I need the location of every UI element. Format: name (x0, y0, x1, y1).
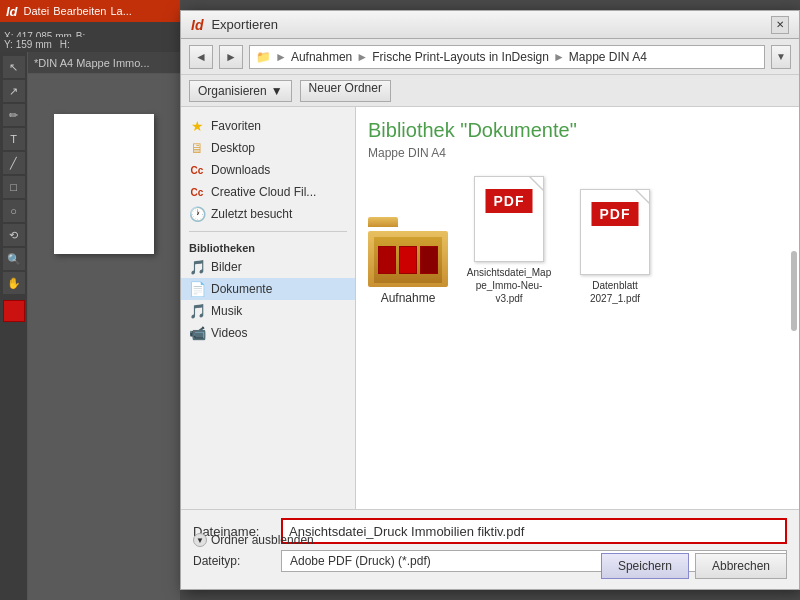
tool-zoom[interactable]: 🔍 (3, 248, 25, 270)
nav-path-item1[interactable]: Aufnahmen (291, 50, 352, 64)
sidebar-bilder-label: Bilder (211, 260, 242, 274)
pdf1-icon: PDF (474, 176, 544, 262)
sidebar-item-bilder[interactable]: 🎵 Bilder (181, 256, 355, 278)
sidebar-libraries-header: Bibliotheken (181, 238, 355, 256)
nav-path-item2[interactable]: Frische Print-Layouts in InDesign (372, 50, 549, 64)
sidebar-item-downloads[interactable]: Cc Downloads (181, 159, 355, 181)
new-folder-label: Neuer Ordner (309, 81, 382, 95)
pdf1-corner-inner (531, 177, 543, 189)
nav-forward-button[interactable]: ► (219, 45, 243, 69)
file-item-aufnahme[interactable]: Aufnahme (368, 217, 448, 305)
file-item-pdf1[interactable]: PDF Ansichtsdatei_Mappe_Immo-Neu-v3.pdf (464, 176, 554, 305)
dialog-close-button[interactable]: ✕ (771, 16, 789, 34)
tool-line[interactable]: ╱ (3, 152, 25, 174)
collapse-label: Ordner ausblenden (211, 533, 314, 547)
dialog-title: Exportieren (211, 17, 763, 32)
aufnahme-folder-icon (368, 217, 448, 287)
organize-label: Organisieren (198, 84, 267, 98)
sidebar-downloads-label: Downloads (211, 163, 270, 177)
sidebar-item-creative-cloud[interactable]: Cc Creative Cloud Fil... (181, 181, 355, 203)
collapse-section[interactable]: ▼ Ordner ausblenden (193, 533, 314, 547)
tool-direct-select[interactable]: ↗ (3, 80, 25, 102)
folder-inner-item-1 (378, 246, 396, 274)
sidebar-divider (189, 231, 347, 232)
doc-tab[interactable]: *DIN A4 Mappe Immo... (28, 52, 180, 74)
new-folder-button[interactable]: Neuer Ordner (300, 80, 391, 102)
file-toolbar: Organisieren ▼ Neuer Ordner (181, 75, 799, 107)
folder-back (368, 231, 448, 287)
sidebar-item-videos[interactable]: 📹 Videos (181, 322, 355, 344)
export-dialog: Id Exportieren ✕ ◄ ► 📁 ► Aufnahmen ► Fri… (180, 10, 800, 590)
folder-inner-items (378, 246, 438, 274)
sidebar-item-zuletzt-besucht[interactable]: 🕐 Zuletzt besucht (181, 203, 355, 225)
save-button[interactable]: Speichern (601, 553, 689, 579)
cancel-button[interactable]: Abbrechen (695, 553, 787, 579)
ruler-row2: Y: 159 mm H: (0, 37, 180, 52)
menu-datei[interactable]: Datei (24, 5, 50, 17)
folder-tab (368, 217, 398, 227)
indesign-background: Id Datei Bearbeiten La... X: 417,085 mm … (0, 0, 180, 600)
pdf2-badge: PDF (592, 202, 639, 226)
main-content: ★ Favoriten 🖥 Desktop Cc Downloads Cc Cr… (181, 107, 799, 509)
nav-path-sep2: ► (356, 50, 368, 64)
recent-icon: 🕐 (189, 206, 205, 222)
sidebar-favoriten-label: Favoriten (211, 119, 261, 133)
sidebar-desktop-label: Desktop (211, 141, 255, 155)
nav-path[interactable]: 📁 ► Aufnahmen ► Frische Print-Layouts in… (249, 45, 765, 69)
tool-ellipse[interactable]: ○ (3, 200, 25, 222)
indesign-toolbar: ↖ ↗ ✏ T ╱ □ ○ ⟲ 🔍 ✋ (0, 52, 28, 600)
menu-bearbeiten[interactable]: Bearbeiten (53, 5, 106, 17)
library-subtitle: Mappe DIN A4 (368, 146, 787, 160)
tool-hand[interactable]: ✋ (3, 272, 25, 294)
organize-arrow-icon: ▼ (271, 84, 283, 98)
file-item-pdf2[interactable]: PDF Datenblatt 2027_1.pdf (570, 189, 660, 305)
pdf2-label: Datenblatt 2027_1.pdf (570, 279, 660, 305)
ruler-h-label: H: (60, 39, 70, 50)
star-icon: ★ (189, 118, 205, 134)
nav-path-item3[interactable]: Mappe DIN A4 (569, 50, 647, 64)
creative-cloud-icon: Cc (189, 162, 205, 178)
indesign-menus: Datei Bearbeiten La... (24, 5, 132, 17)
pdf2-corner-inner (637, 190, 649, 202)
tool-color-fill[interactable] (3, 300, 25, 322)
file-icons-row: Aufnahme PDF Ansichtsdatei_Mappe_Immo-Ne… (368, 176, 787, 305)
nav-path-sep3: ► (553, 50, 565, 64)
library-videos-icon: 📹 (189, 325, 205, 341)
menu-layout[interactable]: La... (110, 5, 131, 17)
sidebar-item-desktop[interactable]: 🖥 Desktop (181, 137, 355, 159)
tool-text[interactable]: T (3, 128, 25, 150)
tool-rect[interactable]: □ (3, 176, 25, 198)
filetype-label: Dateityp: (193, 554, 273, 568)
folder-inner-item-3 (420, 246, 438, 274)
indesign-topbar: Id Datei Bearbeiten La... (0, 0, 180, 22)
folder-inner-item-2 (399, 246, 417, 274)
indesign-logo: Id (6, 4, 18, 19)
organize-button[interactable]: Organisieren ▼ (189, 80, 292, 102)
tool-pen[interactable]: ✏ (3, 104, 25, 126)
sidebar-item-dokumente[interactable]: 📄 Dokumente (181, 278, 355, 300)
ruler-y-label: Y: 159 mm (4, 39, 52, 50)
nav-path-sep1: ► (275, 50, 287, 64)
aufnahme-folder-label: Aufnahme (381, 291, 436, 305)
library-dokumente-icon: 📄 (189, 281, 205, 297)
tool-transform[interactable]: ⟲ (3, 224, 25, 246)
sidebar-item-musik[interactable]: 🎵 Musik (181, 300, 355, 322)
sidebar-musik-label: Musik (211, 304, 242, 318)
library-musik-icon: 🎵 (189, 303, 205, 319)
dialog-buttons: Speichern Abbrechen (601, 553, 787, 579)
sidebar-item-favoriten[interactable]: ★ Favoriten (181, 115, 355, 137)
nav-back-button[interactable]: ◄ (189, 45, 213, 69)
filename-input[interactable] (281, 518, 787, 544)
expand-arrow-icon: ▼ (776, 51, 786, 62)
pdf1-label: Ansichtsdatei_Mappe_Immo-Neu-v3.pdf (464, 266, 554, 305)
tool-select[interactable]: ↖ (3, 56, 25, 78)
library-title: Bibliothek "Dokumente" (368, 119, 787, 142)
pdf1-badge: PDF (486, 189, 533, 213)
indesign-canvas (28, 74, 180, 600)
nav-bar: ◄ ► 📁 ► Aufnahmen ► Frische Print-Layout… (181, 39, 799, 75)
folder-icon: 📁 (256, 50, 271, 64)
sidebar: ★ Favoriten 🖥 Desktop Cc Downloads Cc Cr… (181, 107, 356, 509)
back-arrow-icon: ◄ (195, 50, 207, 64)
sidebar-dokumente-label: Dokumente (211, 282, 272, 296)
nav-expand-button[interactable]: ▼ (771, 45, 791, 69)
